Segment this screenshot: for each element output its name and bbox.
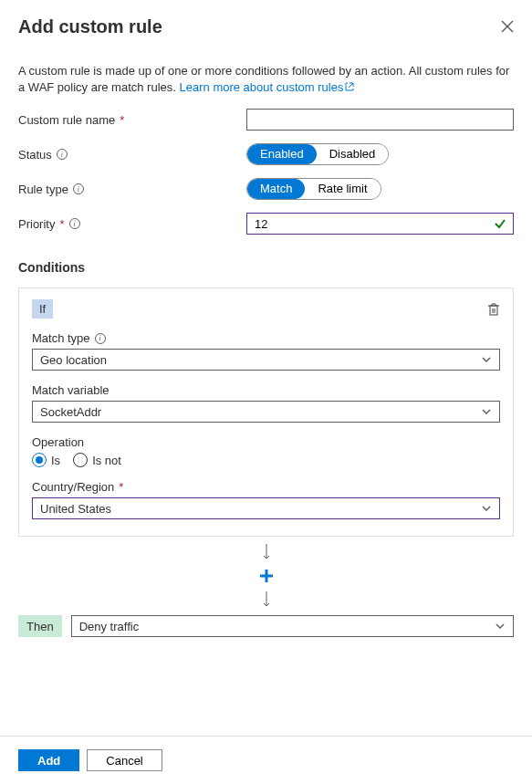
add-condition-button[interactable]: [18, 568, 514, 584]
chevron-down-icon: [481, 406, 492, 417]
rule-type-rate-limit-option[interactable]: Rate limit: [305, 179, 380, 199]
info-icon[interactable]: [69, 218, 80, 229]
close-icon[interactable]: [501, 20, 514, 33]
footer-bar: Add Cancel: [0, 736, 532, 784]
svg-rect-2: [490, 306, 497, 315]
operation-is-not-label: Is not: [92, 454, 121, 467]
match-variable-value: SocketAddr: [40, 405, 101, 419]
country-select[interactable]: United States: [32, 497, 500, 519]
panel-title: Add custom rule: [18, 16, 162, 37]
name-input[interactable]: [246, 109, 514, 131]
chevron-down-icon: [495, 621, 506, 632]
priority-input[interactable]: [246, 213, 514, 235]
rule-type-toggle[interactable]: Match Rate limit: [246, 178, 381, 200]
external-link-icon: [345, 79, 354, 89]
trash-icon[interactable]: [487, 302, 500, 317]
learn-more-link[interactable]: Learn more about custom rules: [180, 80, 355, 94]
condition-block: If Match type Geo location Match variabl…: [18, 287, 514, 537]
status-disabled-option[interactable]: Disabled: [317, 144, 389, 164]
status-label: Status: [18, 148, 52, 162]
status-enabled-option[interactable]: Enabled: [247, 144, 317, 164]
checkmark-icon: [494, 217, 506, 230]
name-label: Custom rule name: [18, 113, 115, 127]
flow-arrow-icon: [18, 591, 514, 608]
info-icon[interactable]: [57, 149, 68, 160]
country-value: United States: [40, 502, 111, 516]
chevron-down-icon: [481, 503, 492, 514]
info-icon[interactable]: [95, 333, 106, 344]
info-icon[interactable]: [73, 183, 84, 194]
status-toggle[interactable]: Enabled Disabled: [246, 143, 389, 165]
flow-arrow-icon: [18, 544, 514, 560]
operation-label: Operation: [32, 435, 84, 449]
country-label: Country/Region: [32, 480, 114, 494]
operation-is-radio[interactable]: Is: [32, 453, 60, 467]
description: A custom rule is made up of one or more …: [18, 63, 514, 96]
match-type-value: Geo location: [40, 353, 107, 367]
match-type-select[interactable]: Geo location: [32, 349, 500, 371]
operation-is-label: Is: [51, 454, 60, 467]
rule-type-label: Rule type: [18, 183, 68, 196]
rule-type-match-option[interactable]: Match: [247, 179, 305, 199]
required-asterisk: *: [120, 113, 124, 127]
match-variable-select[interactable]: SocketAddr: [32, 401, 500, 423]
required-asterisk: *: [59, 217, 64, 231]
required-asterisk: *: [119, 480, 123, 494]
cancel-button[interactable]: Cancel: [87, 749, 162, 771]
priority-label: Priority: [18, 217, 55, 231]
operation-is-not-radio[interactable]: Is not: [73, 453, 121, 467]
chevron-down-icon: [481, 354, 492, 365]
action-value: Deny traffic: [79, 620, 140, 633]
if-badge: If: [32, 299, 53, 319]
match-type-label: Match type: [32, 331, 90, 345]
action-select[interactable]: Deny traffic: [71, 615, 514, 637]
conditions-heading: Conditions: [18, 260, 514, 275]
then-badge: Then: [18, 615, 62, 637]
add-button[interactable]: Add: [18, 749, 79, 771]
match-variable-label: Match variable: [32, 383, 110, 397]
